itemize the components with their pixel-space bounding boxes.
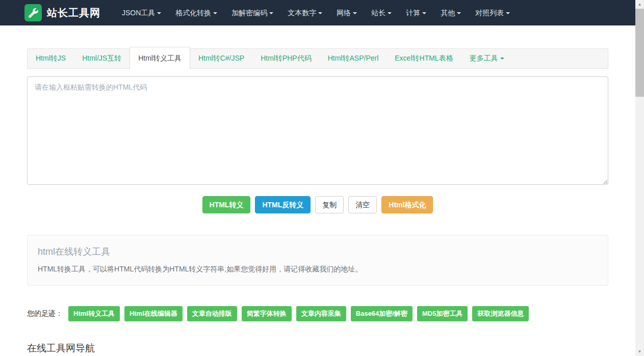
chevron-down-icon: [500, 58, 504, 60]
chevron-down-icon: [457, 12, 461, 14]
tab-html-escape[interactable]: Html转义工具: [130, 47, 190, 69]
tool-info-title: html在线转义工具: [38, 245, 598, 258]
html-input-textarea[interactable]: [27, 76, 608, 185]
nav-item-reference-tables[interactable]: 对照列表: [468, 0, 517, 25]
brand[interactable]: 站长工具网: [24, 4, 100, 21]
html-escape-button[interactable]: HTML转义: [202, 196, 251, 213]
nav-item-crypto-encode[interactable]: 加解密编码: [224, 0, 280, 25]
tool-info-description: HTML转换工具，可以将HTML代码转换为HTML转义字符串,如果您觉得好用，请…: [38, 265, 598, 274]
nav-item-label: 对照列表: [475, 9, 504, 17]
nav-item-label: 格式化转换: [175, 9, 211, 17]
chevron-down-icon: [157, 12, 161, 14]
nav-item-json-tools[interactable]: JSON工具: [115, 0, 168, 25]
clear-button[interactable]: 清空: [348, 196, 377, 213]
chevron-down-icon: [353, 12, 357, 14]
footprint-chip-html-editor[interactable]: Html在线编辑器: [124, 306, 183, 321]
tab-html-to-csharp-jsp[interactable]: Html转C#/JSP: [190, 48, 252, 68]
nav-item-label: 加解密编码: [231, 9, 267, 17]
nav-item-label: 站长: [371, 9, 385, 17]
scrollbar-down-button[interactable]: ▼: [635, 347, 644, 356]
tab-html-js-convert[interactable]: Html/JS互转: [74, 48, 130, 68]
nav-item-network[interactable]: 网络: [329, 0, 364, 25]
copy-button[interactable]: 复制: [315, 196, 344, 213]
footprints-label: 您的足迹：: [27, 309, 63, 318]
wrench-icon: [24, 4, 42, 21]
footprint-chip-article-layout[interactable]: 文章自动排版: [187, 306, 237, 321]
nav-item-calculate[interactable]: 计算: [399, 0, 433, 25]
top-navbar: 站长工具网 JSON工具 格式化转换 加解密编码 文本数字 网络 站长 计算 其…: [0, 0, 635, 25]
chevron-down-icon: [318, 12, 322, 14]
tab-more-tools[interactable]: 更多工具: [461, 48, 512, 68]
footprint-chip-md5[interactable]: MD5加密工具: [417, 306, 468, 321]
chevron-down-icon: [506, 12, 510, 14]
tab-html-to-php[interactable]: Html转PHP代码: [252, 48, 320, 68]
nav-item-label: JSON工具: [122, 9, 155, 17]
main-content: Html转JS Html/JS互转 Html转义工具 Html转C#/JSP H…: [27, 48, 608, 356]
tab-excel-to-html-table[interactable]: Excel转HTML表格: [387, 48, 461, 68]
html-unescape-button[interactable]: HTML反转义: [255, 196, 311, 213]
nav-item-other[interactable]: 其他: [433, 0, 468, 25]
chevron-down-icon: [422, 12, 426, 14]
scrollbar-thumb[interactable]: [635, 9, 644, 97]
tab-html-to-asp-perl[interactable]: Html转ASP/Perl: [320, 48, 387, 68]
chevron-down-icon: [269, 12, 273, 14]
tool-tabs: Html转JS Html/JS互转 Html转义工具 Html转C#/JSP H…: [27, 48, 608, 69]
nav-item-webmaster[interactable]: 站长: [364, 0, 399, 25]
tab-html-to-js[interactable]: Html转JS: [28, 48, 74, 68]
chevron-down-icon: [213, 12, 217, 14]
tool-info-panel: html在线转义工具 HTML转换工具，可以将HTML代码转换为HTML转义字符…: [27, 235, 608, 286]
nav-item-text-number[interactable]: 文本数字: [280, 0, 329, 25]
tab-more-tools-label: 更多工具: [470, 54, 498, 62]
html-format-button[interactable]: Html格式化: [381, 196, 433, 213]
chevron-down-icon: [388, 12, 392, 14]
scrollbar-up-button[interactable]: ▲: [635, 0, 644, 9]
brand-name: 站长工具网: [47, 6, 100, 20]
nav-item-label: 计算: [406, 9, 420, 17]
nav-item-label: 网络: [337, 9, 351, 17]
footprint-chip-html-escape[interactable]: Html转义工具: [68, 306, 120, 321]
footprint-chip-base64[interactable]: Base64加密/解密: [351, 306, 413, 321]
scrollbar-track[interactable]: ▲ ▼: [635, 0, 644, 356]
nav-item-label: 文本数字: [288, 9, 316, 17]
footprint-chip-browser-info[interactable]: 获取浏览器信息: [472, 306, 529, 321]
nav-item-format-convert[interactable]: 格式化转换: [168, 0, 224, 25]
footprint-chip-font-convert[interactable]: 简繁字体转换: [242, 306, 292, 321]
footprint-chip-content-collect[interactable]: 文章内容采集: [296, 306, 346, 321]
footprints-row: 您的足迹： Html转义工具 Html在线编辑器 文章自动排版 简繁字体转换 文…: [27, 306, 608, 321]
nav-section-title: 在线工具网导航: [27, 342, 608, 355]
nav-item-label: 其他: [441, 9, 455, 17]
page: 站长工具网 JSON工具 格式化转换 加解密编码 文本数字 网络 站长 计算 其…: [0, 0, 635, 356]
action-buttons: HTML转义 HTML反转义 复制 清空 Html格式化: [27, 196, 608, 213]
